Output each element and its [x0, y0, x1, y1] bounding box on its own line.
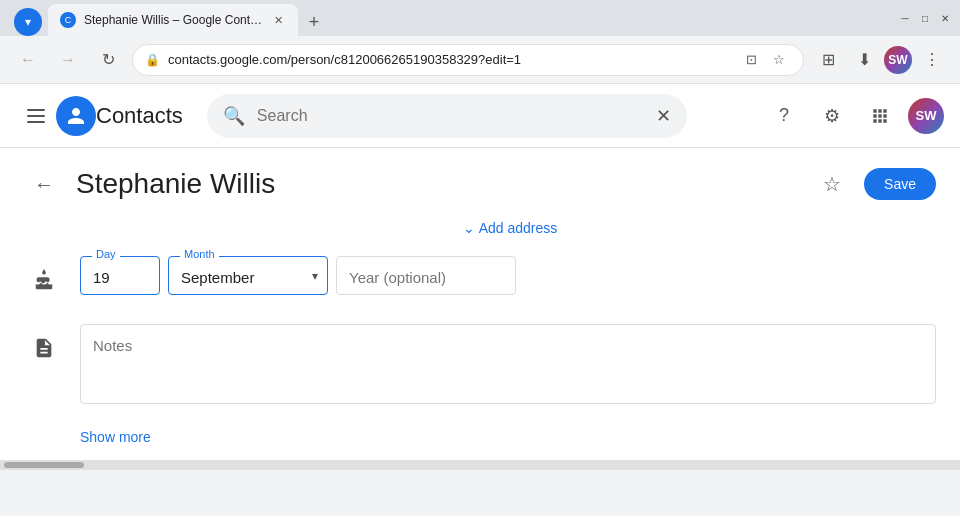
forward-button[interactable]: → [52, 44, 84, 76]
nav-bar: ← → ↻ 🔒 contacts.google.com/person/c8120… [0, 36, 960, 84]
person-svg [64, 104, 88, 128]
add-address-row: ⌄ Add address [24, 216, 936, 248]
help-button[interactable]: ? [764, 96, 804, 136]
active-tab[interactable]: C Stephanie Willis – Google Cont… ✕ [48, 4, 298, 36]
birthday-row: Day Month January February March April M… [24, 248, 936, 312]
notes-textarea[interactable] [80, 324, 936, 404]
edit-contact-area: ← Stephanie Willis ☆ Save ⌄ Add address … [0, 148, 960, 460]
extensions-button[interactable]: ⊞ [812, 44, 844, 76]
contact-name: Stephanie Willis [76, 168, 800, 200]
day-input[interactable] [80, 256, 160, 295]
save-page-button[interactable]: ⬇ [848, 44, 880, 76]
url-text: contacts.google.com/person/c812006626519… [168, 52, 731, 67]
title-bar: ▾ C Stephanie Willis – Google Cont… ✕ + … [0, 0, 960, 36]
year-field [336, 256, 516, 295]
day-field: Day [80, 256, 160, 295]
month-select[interactable]: January February March April May June Ju… [168, 256, 328, 295]
year-input[interactable] [336, 256, 516, 295]
address-bar[interactable]: 🔒 contacts.google.com/person/c8120066265… [132, 44, 804, 76]
nav-right-icons: ⊞ ⬇ SW ⋮ [812, 44, 948, 76]
star-contact-button[interactable]: ☆ [812, 164, 852, 204]
show-more-row: Show more [24, 416, 936, 446]
maximize-button[interactable]: □ [918, 11, 932, 25]
window-controls: ─ □ ✕ [898, 11, 952, 25]
hamburger-line-3 [27, 121, 45, 123]
hamburger-menu-button[interactable] [16, 96, 56, 136]
app-header: Contacts 🔍 ✕ ? ⚙ SW [0, 84, 960, 148]
search-icon: 🔍 [223, 105, 245, 127]
notes-icon [24, 324, 64, 372]
tab-close-button[interactable]: ✕ [270, 12, 286, 28]
month-field: Month January February March April May J… [168, 256, 328, 295]
save-contact-button[interactable]: Save [864, 168, 936, 200]
address-dropdown-icon: ⌄ [463, 220, 475, 236]
back-button[interactable]: ← [12, 44, 44, 76]
cast-icon[interactable]: ⊡ [739, 48, 763, 72]
search-input[interactable] [257, 107, 644, 125]
birthday-icon [24, 256, 64, 304]
app-container: Contacts 🔍 ✕ ? ⚙ SW ← Stephanie Willis ☆… [0, 84, 960, 460]
apps-button[interactable] [860, 96, 900, 136]
new-tab-button[interactable]: + [300, 8, 328, 36]
search-bar: 🔍 ✕ [207, 94, 687, 138]
profile-switcher[interactable]: ▾ [14, 8, 42, 36]
add-address-link[interactable]: ⌄ Add address [463, 220, 558, 236]
minimize-button[interactable]: ─ [898, 11, 912, 25]
menu-button[interactable]: ⋮ [916, 44, 948, 76]
bookmark-icon[interactable]: ☆ [767, 48, 791, 72]
apps-svg [870, 106, 890, 126]
user-avatar[interactable]: SW [908, 98, 944, 134]
contacts-app-icon [56, 96, 96, 136]
add-address-label: Add address [479, 220, 558, 236]
birthday-svg [33, 269, 55, 291]
app-title: Contacts [96, 103, 183, 129]
close-button[interactable]: ✕ [938, 11, 952, 25]
notes-row [24, 316, 936, 416]
header-right-icons: ? ⚙ SW [764, 96, 944, 136]
notes-field [80, 324, 936, 408]
date-fields-group: Day Month January February March April M… [80, 256, 516, 295]
hamburger-line-2 [27, 115, 45, 117]
back-to-contacts-button[interactable]: ← [24, 164, 64, 204]
tab-favicon: C [60, 12, 76, 28]
address-actions: ⊡ ☆ [739, 48, 791, 72]
search-clear-button[interactable]: ✕ [656, 105, 671, 127]
hamburger-line-1 [27, 109, 45, 111]
refresh-button[interactable]: ↻ [92, 44, 124, 76]
settings-button[interactable]: ⚙ [812, 96, 852, 136]
profile-avatar[interactable]: SW [884, 46, 912, 74]
edit-header: ← Stephanie Willis ☆ Save [24, 164, 936, 204]
lock-icon: 🔒 [145, 53, 160, 67]
horizontal-scrollbar[interactable] [0, 460, 960, 470]
show-more-link[interactable]: Show more [80, 429, 151, 445]
scrollbar-thumb[interactable] [4, 462, 84, 468]
notes-svg [33, 337, 55, 359]
tab-title: Stephanie Willis – Google Cont… [84, 13, 262, 27]
